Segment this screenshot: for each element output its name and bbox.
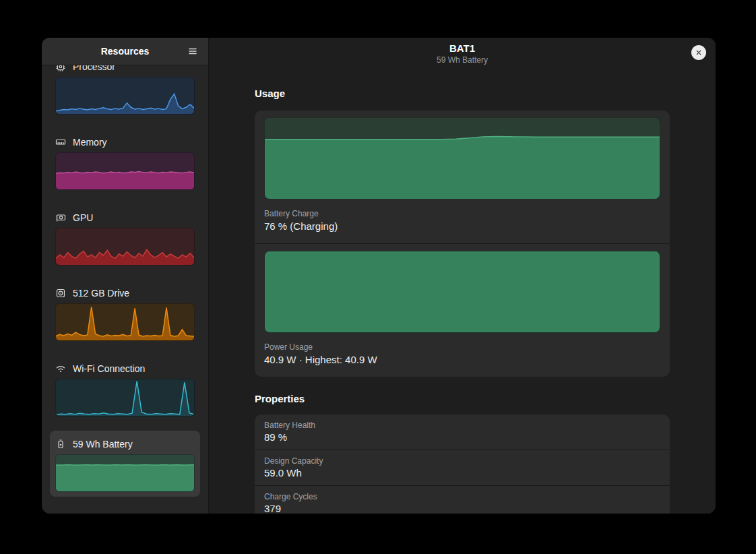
- drive-icon: [55, 288, 66, 299]
- sidebar-item-wifi[interactable]: Wi-Fi Connection: [50, 355, 200, 421]
- properties-card: Battery Health 89 % Design Capacity 59.0…: [255, 414, 670, 514]
- power-usage-graph: [264, 251, 660, 333]
- processor-mini-graph: [55, 77, 195, 115]
- wifi-mini-graph: [55, 379, 195, 417]
- battery-mini-graph: [55, 454, 195, 492]
- gpu-mini-graph: [55, 228, 195, 266]
- drive-mini-graph: [55, 303, 195, 341]
- memory-mini-graph: [55, 152, 195, 190]
- sidebar-item-gpu[interactable]: GPU: [50, 204, 200, 270]
- processor-icon: [55, 65, 66, 72]
- close-button[interactable]: [691, 45, 706, 60]
- page-title: BAT1: [209, 42, 716, 55]
- property-value: 59.0 Wh: [264, 467, 660, 479]
- sidebar-item-label: GPU: [73, 212, 93, 223]
- app-title: Resources: [101, 46, 150, 57]
- sidebar-item-memory[interactable]: Memory: [50, 129, 200, 195]
- gpu-icon: [55, 212, 66, 223]
- resources-window: Resources Processor: [42, 38, 716, 514]
- property-row-charge-cycles: Charge Cycles 379: [255, 485, 670, 514]
- page-subtitle: 59 Wh Battery: [209, 55, 716, 65]
- usage-section-heading: Usage: [255, 88, 670, 100]
- hamburger-menu-icon: [187, 46, 198, 57]
- sidebar-device-list: Processor Memory: [42, 65, 208, 514]
- main-menu-button[interactable]: [183, 41, 203, 61]
- main-header: BAT1 59 Wh Battery: [209, 38, 716, 75]
- property-row-design-capacity: Design Capacity 59.0 Wh: [255, 450, 670, 485]
- wifi-icon: [55, 363, 66, 374]
- battery-charge-value: 76 % (Charging): [264, 220, 660, 233]
- sidebar-item-drive[interactable]: 512 GB Drive: [50, 280, 200, 346]
- usage-card: Battery Charge 76 % (Charging) Power Usa…: [255, 111, 670, 377]
- sidebar-item-label: Processor: [73, 65, 115, 72]
- memory-icon: [55, 137, 66, 148]
- battery-charge-graph: [264, 117, 660, 199]
- property-label: Battery Health: [264, 421, 660, 430]
- sidebar-item-label: 512 GB Drive: [73, 288, 129, 299]
- property-value: 379: [264, 503, 660, 514]
- sidebar-header: Resources: [42, 38, 208, 65]
- sidebar-item-label: Wi-Fi Connection: [73, 363, 145, 374]
- sidebar-item-label: Memory: [73, 137, 107, 148]
- close-icon: [695, 49, 703, 57]
- properties-section-heading: Properties: [255, 393, 670, 405]
- power-usage-label: Power Usage: [264, 342, 660, 352]
- sidebar-item-label: 59 Wh Battery: [73, 439, 133, 450]
- main-panel: BAT1 59 Wh Battery Usage Battery Charge …: [209, 38, 716, 514]
- property-row-battery-health: Battery Health 89 %: [255, 414, 670, 450]
- power-usage-value: 40.9 W · Highest: 40.9 W: [264, 354, 660, 366]
- battery-detail-content: Usage Battery Charge 76 % (Charging) Pow…: [209, 75, 716, 514]
- sidebar-item-processor[interactable]: Processor: [50, 65, 200, 119]
- sidebar: Resources Processor: [42, 38, 209, 514]
- battery-icon: [55, 439, 66, 450]
- property-value: 89 %: [264, 431, 660, 443]
- battery-charge-label: Battery Charge: [264, 209, 660, 218]
- sidebar-item-battery[interactable]: 59 Wh Battery: [50, 431, 200, 497]
- battery-charge-tile: Battery Charge 76 % (Charging): [255, 111, 670, 243]
- property-label: Design Capacity: [264, 456, 660, 466]
- power-usage-tile: Power Usage 40.9 W · Highest: 40.9 W: [255, 243, 670, 377]
- property-label: Charge Cycles: [264, 492, 660, 501]
